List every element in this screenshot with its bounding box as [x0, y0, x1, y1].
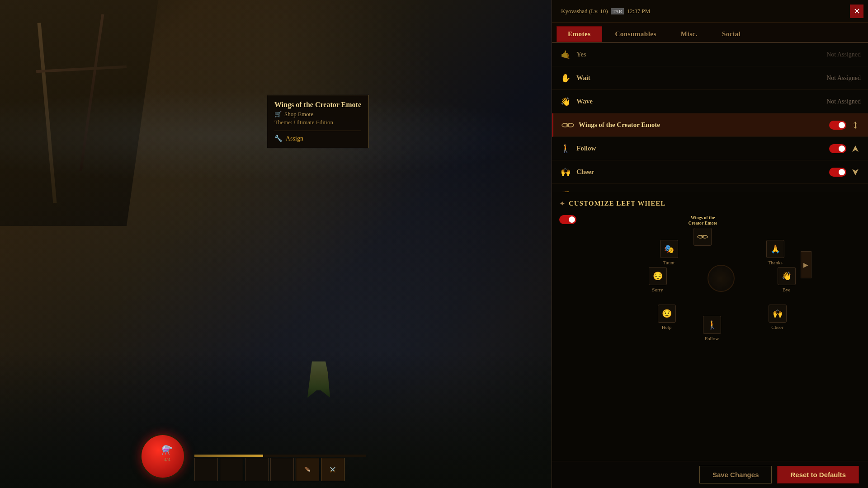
wheel-help-label: Help: [662, 324, 671, 330]
emote-row-wait[interactable]: ✋ Wait Not Assigned: [552, 66, 868, 90]
wheel-follow-label: Follow: [705, 336, 719, 342]
reset-defaults-button[interactable]: Reset to Defaults: [777, 466, 859, 483]
wheel-thanks-icon: 🙏: [766, 240, 784, 258]
emote-row-cheer[interactable]: 🙌 Cheer: [552, 160, 868, 184]
wheel-item-sorry[interactable]: 😔 Sorry: [649, 267, 667, 293]
emote-wave-name: Wave: [576, 98, 826, 105]
tab-social[interactable]: Social: [711, 26, 752, 42]
emote-wave-icon: 👋: [559, 95, 572, 108]
tooltip-theme: Theme: Ultimate Edition: [274, 119, 361, 126]
emote-wait-status: Not Assigned: [826, 75, 861, 82]
wheel-cheer-icon: 🙌: [769, 305, 787, 323]
wheel-item-bye[interactable]: 👋 Bye: [778, 267, 796, 293]
wheel-main-toggle[interactable]: [559, 215, 576, 224]
emote-row-follow[interactable]: 🚶 Follow: [552, 137, 868, 160]
wings-toggle-container: [829, 120, 861, 131]
emote-tooltip: Wings of the Creator Emote 🛒 Shop Emote …: [267, 95, 369, 148]
wheel-area: Wings of theCreator Emote 🎭 Taunt: [559, 215, 861, 342]
emote-follow-name: Follow: [576, 145, 829, 152]
wheel-bye-icon: 👋: [778, 267, 796, 285]
emote-wait-name: Wait: [576, 74, 826, 82]
cheer-direction-icon: [850, 167, 861, 178]
game-background: [0, 0, 552, 488]
right-panel: Kyovashad (Lv. 10) TAB 12:37 PM ✕ Emotes…: [552, 0, 868, 488]
wings-toggle[interactable]: [829, 121, 846, 130]
tooltip-assign-button[interactable]: 🔧 Assign: [274, 135, 361, 142]
emote-cheer-icon: 🙌: [559, 166, 572, 178]
wheel-next-button[interactable]: ▶: [801, 251, 811, 278]
emote-row-yes[interactable]: 🤙 Yes Not Assigned: [552, 43, 868, 66]
emote-cheer-name: Cheer: [576, 168, 829, 176]
tab-misc[interactable]: Misc.: [670, 26, 709, 42]
bottom-bar: Save Changes Reset to Defaults: [552, 461, 868, 488]
svg-marker-5: [852, 169, 859, 175]
wings-toggle-icon: [850, 120, 861, 131]
wheel-center: [708, 265, 735, 292]
follow-direction-icon: [850, 143, 861, 154]
customize-section: ✦ CUSTOMIZE LEFT WHEEL Wings of theCreat…: [552, 192, 868, 461]
customize-title: CUSTOMIZE LEFT WHEEL: [569, 200, 665, 207]
tab-key-badge: TAB: [611, 8, 624, 14]
emote-yes-icon: 🤙: [559, 48, 572, 61]
wheel-item-help[interactable]: 😟 Help: [658, 305, 676, 330]
wheel-taunt-label: Taunt: [663, 260, 675, 266]
emote-wait-icon: ✋: [559, 72, 572, 84]
wheel-cheer-label: Cheer: [771, 324, 783, 330]
wheel-item-cheer[interactable]: 🙌 Cheer: [769, 305, 787, 330]
tab-bar: Emotes Consumables Misc. Social: [552, 23, 868, 43]
wheel-item-follow[interactable]: 🚶 Follow: [703, 316, 721, 342]
player-info: Kyovashad (Lv. 10) TAB 12:37 PM: [561, 8, 650, 15]
wheel-item-taunt[interactable]: 🎭 Taunt: [660, 240, 678, 266]
wheel-follow-icon: 🚶: [703, 316, 721, 334]
wheel-container: Wings of theCreator Emote 🎭 Taunt: [644, 215, 798, 342]
follow-toggle-container: [829, 143, 861, 154]
svg-marker-4: [852, 145, 859, 152]
wheel-wings-icon: [694, 228, 712, 246]
emote-follow-icon: 🚶: [559, 142, 572, 155]
svg-point-2: [566, 124, 569, 127]
svg-rect-3: [855, 123, 856, 127]
assign-icon: 🔧: [274, 135, 282, 142]
tab-consumables[interactable]: Consumables: [604, 26, 668, 42]
wheel-toggle-area: [559, 215, 576, 224]
emote-row-no[interactable]: 👎 No Not Assigned: [552, 184, 868, 192]
wheel-item-wings[interactable]: Wings of theCreator Emote: [689, 215, 717, 246]
tab-emotes[interactable]: Emotes: [557, 26, 602, 42]
follow-toggle[interactable]: [829, 144, 846, 153]
emote-wings-name: Wings of the Creator Emote: [579, 121, 829, 129]
cheer-toggle[interactable]: [829, 168, 846, 177]
save-changes-button[interactable]: Save Changes: [699, 466, 772, 483]
cheer-toggle-container: [829, 167, 861, 178]
wheel-bye-label: Bye: [783, 287, 791, 293]
shop-icon: 🛒: [274, 111, 282, 118]
emote-row-wings[interactable]: Wings of the Creator Emote: [552, 113, 868, 137]
wheel-taunt-icon: 🎭: [660, 240, 678, 258]
emote-row-wave[interactable]: 👋 Wave Not Assigned: [552, 90, 868, 113]
tooltip-title: Wings of the Creator Emote: [274, 101, 361, 109]
emote-yes-status: Not Assigned: [826, 51, 861, 58]
emote-yes-name: Yes: [576, 51, 826, 58]
wheel-sorry-label: Sorry: [652, 287, 663, 293]
wheel-toggle[interactable]: [559, 215, 576, 224]
emote-wings-icon: [561, 118, 575, 132]
tooltip-divider: [274, 131, 361, 131]
svg-point-8: [702, 236, 704, 238]
tooltip-sub: 🛒 Shop Emote: [274, 111, 361, 118]
wheel-item-thanks[interactable]: 🙏 Thanks: [766, 240, 784, 266]
wheel-thanks-label: Thanks: [768, 260, 782, 266]
customize-icon: ✦: [559, 199, 565, 208]
emote-list[interactable]: 🤙 Yes Not Assigned ✋ Wait Not Assigned 👋…: [552, 43, 868, 192]
wheel-sorry-icon: 😔: [649, 267, 667, 285]
emote-wave-status: Not Assigned: [826, 98, 861, 105]
close-button[interactable]: ✕: [850, 5, 863, 18]
customize-header: ✦ CUSTOMIZE LEFT WHEEL: [559, 199, 861, 208]
wheel-wings-label: Wings of theCreator Emote: [689, 215, 717, 226]
wheel-help-icon: 😟: [658, 305, 676, 323]
top-bar: Kyovashad (Lv. 10) TAB 12:37 PM ✕: [552, 0, 868, 23]
